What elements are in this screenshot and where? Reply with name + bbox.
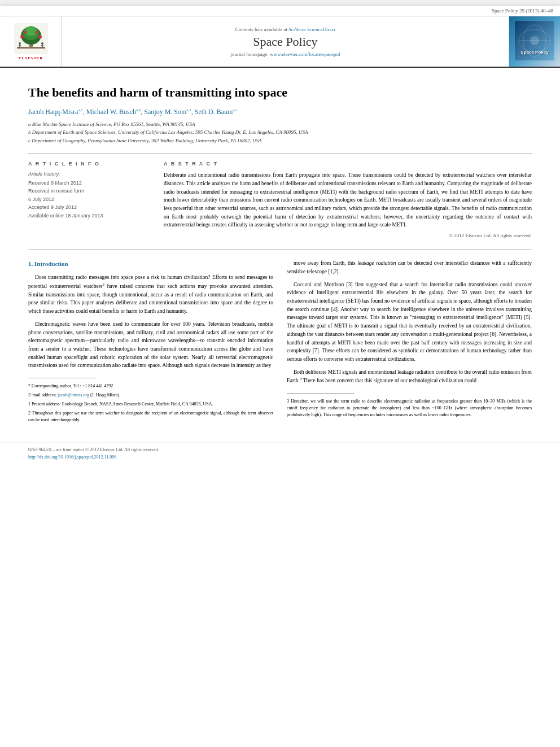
- journal-ref: Space Policy 29 (2013) 40–48: [492, 8, 553, 14]
- elsevier-label: ELSEVIER: [19, 56, 43, 60]
- received-revised-date: 6 July 2012: [28, 195, 152, 203]
- article-info-abstract-section: A R T I C L E I N F O Article history: R…: [28, 154, 532, 238]
- doi-link[interactable]: http://dx.doi.org/10.1016/j.spacepol.201…: [28, 455, 116, 460]
- journal-header: ELSEVIER Contents lists available at Sci…: [0, 16, 560, 68]
- right-para-1: move away from Earth, this leakage radia…: [287, 259, 532, 276]
- contents-available-line: Contents lists available at SciVerse Sci…: [235, 27, 335, 32]
- author-sup-ac: a,c: [233, 108, 237, 112]
- copyright-line: © 2012 Elsevier Ltd. All rights reserved…: [164, 233, 532, 238]
- footnote-corresponding: * Corresponding author. Tel.: +1 814 441…: [28, 383, 273, 390]
- section-1-heading: 1. Introduction: [28, 259, 273, 269]
- journal-homepage: journal homepage: www.elsevier.com/locat…: [231, 51, 340, 57]
- main-content: The benefits and harm of transmitting in…: [0, 68, 560, 437]
- author-sup-a1: a,1: [186, 108, 191, 112]
- footnote-divider-right: [287, 393, 355, 394]
- space-policy-logo-box: Space Policy: [509, 16, 560, 67]
- paper-title: The benefits and harm of transmitting in…: [28, 85, 532, 101]
- doi-line: http://dx.doi.org/10.1016/j.spacepol.201…: [28, 454, 532, 461]
- footnote-email: E-mail address: jacob@bmsis.org (J. Haqq…: [28, 392, 273, 399]
- svg-point-13: [41, 42, 43, 45]
- received-date: Received 9 March 2012: [28, 179, 152, 187]
- author-haqq-misra: Jacob Haqq-Misra: [28, 108, 78, 116]
- body-col-left: 1. Introduction Does transmitting radio …: [28, 259, 273, 426]
- right-para-2: Cocconi and Morrison [3] first suggested…: [287, 281, 532, 364]
- intro-para-1: Does transmitting radio messages into sp…: [28, 273, 273, 316]
- svg-point-7: [24, 30, 27, 33]
- elsevier-logo-box: ELSEVIER: [0, 16, 62, 67]
- page: Space Policy 29 (2013) 40–48: [0, 6, 560, 747]
- accepted-date: Accepted 9 July 2012: [28, 203, 152, 211]
- section-divider: [28, 250, 532, 250]
- article-info: A R T I C L E I N F O Article history: R…: [28, 161, 152, 238]
- journal-center: Contents lists available at SciVerse Sci…: [62, 16, 509, 67]
- email-link[interactable]: jacob@bmsis.org: [58, 392, 89, 397]
- svg-point-5: [25, 26, 37, 36]
- footnote-3: 3 Hereafter, we will use the term radio …: [287, 398, 532, 418]
- author-sup-a: a,*: [78, 108, 82, 112]
- affiliation-c: c Department of Geography, Pennsylvania …: [28, 137, 532, 145]
- top-bar: Space Policy 29 (2013) 40–48: [0, 6, 560, 16]
- article-history-title: Article history:: [28, 171, 152, 177]
- authors-line: Jacob Haqq-Misraa,*, Michael W. Buscha,b…: [28, 107, 532, 117]
- bottom-bar: 0265-9646/$ – see front matter © 2012 El…: [0, 443, 560, 465]
- contents-text: Contents lists available at: [235, 27, 287, 32]
- author-sup-ab: a,b: [136, 108, 141, 112]
- journal-title-display: Space Policy: [253, 34, 317, 49]
- author-som: Sanjoy M. Som: [144, 108, 186, 116]
- abstract-section: A B S T R A C T Deliberate and unintenti…: [164, 161, 532, 238]
- author-baum: Seth D. Baum: [195, 108, 233, 116]
- abstract-text: Deliberate and unintentional radio trans…: [164, 171, 532, 229]
- sciverse-link[interactable]: SciVerse ScienceDirect: [288, 27, 335, 32]
- space-policy-logo-text: Space Policy: [515, 21, 554, 62]
- intro-para-2: Electromagnetic waves have been used to …: [28, 320, 273, 370]
- affiliation-b: b Department of Earth and Space Sciences…: [28, 128, 532, 136]
- svg-text:Space Policy: Space Policy: [520, 50, 549, 55]
- homepage-link[interactable]: www.elsevier.com/locate/spacepol: [270, 51, 340, 57]
- author-busch: Michael W. Busch: [86, 108, 136, 116]
- body-col-right: move away from Earth, this leakage radia…: [287, 259, 532, 426]
- svg-point-10: [19, 42, 21, 45]
- abstract-heading: A B S T R A C T: [164, 161, 532, 167]
- right-para-3: Both deliberate METI signals and uninten…: [287, 368, 532, 386]
- space-policy-logo-icon: Space Policy: [515, 21, 554, 60]
- footnote-1: 1 Present address: Exobiology Branch, NA…: [28, 401, 273, 408]
- received-revised-label: Received in revised form: [28, 187, 152, 195]
- body-two-col: 1. Introduction Does transmitting radio …: [28, 259, 532, 426]
- issn-line: 0265-9646/$ – see front matter © 2012 El…: [28, 447, 532, 454]
- available-online: Available online 18 January 2013: [28, 212, 152, 220]
- footnote-divider-left: [28, 378, 96, 378]
- elsevier-tree-icon: [14, 23, 48, 54]
- affiliation-a: a Blue Marble Space Institute of Science…: [28, 120, 532, 128]
- article-info-heading: A R T I C L E I N F O: [28, 161, 152, 167]
- footnote-2: 2 Throughout this paper we use the term …: [28, 410, 273, 423]
- svg-point-6: [20, 35, 24, 38]
- affiliations: a Blue Marble Space Institute of Science…: [28, 120, 532, 145]
- svg-point-9: [35, 30, 38, 33]
- svg-point-8: [38, 35, 42, 38]
